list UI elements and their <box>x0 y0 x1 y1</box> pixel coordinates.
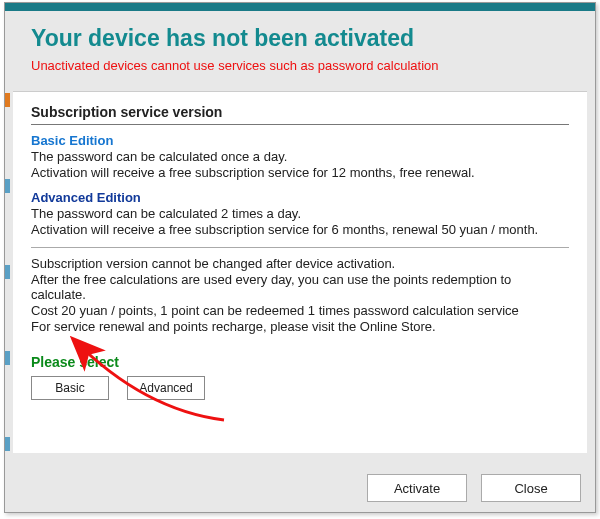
basic-edition-title: Basic Edition <box>31 133 569 148</box>
basic-desc-2: Activation will receive a free subscript… <box>31 165 569 180</box>
basic-option-button[interactable]: Basic <box>31 376 109 400</box>
advanced-edition-title: Advanced Edition <box>31 190 569 205</box>
title-bar <box>5 3 595 11</box>
edge-marker <box>5 179 10 193</box>
edition-options: Basic Advanced <box>31 376 569 400</box>
close-button[interactable]: Close <box>481 474 581 502</box>
divider <box>31 247 569 248</box>
warning-text: Unactivated devices cannot use services … <box>31 58 573 73</box>
activate-button[interactable]: Activate <box>367 474 467 502</box>
edge-marker <box>5 93 10 107</box>
activation-dialog: Your device has not been activated Unact… <box>4 2 596 513</box>
advanced-desc-2: Activation will receive a free subscript… <box>31 222 569 237</box>
note-1: Subscription version cannot be changed a… <box>31 256 569 271</box>
note-4: For service renewal and points recharge,… <box>31 319 569 334</box>
advanced-option-button[interactable]: Advanced <box>127 376 205 400</box>
please-select-label: Please select <box>31 354 569 370</box>
section-title: Subscription service version <box>31 104 569 120</box>
edge-marker <box>5 437 10 451</box>
note-2: After the free calculations are used eve… <box>31 272 569 302</box>
advanced-desc-1: The password can be calculated 2 times a… <box>31 206 569 221</box>
dialog-title: Your device has not been activated <box>31 25 573 52</box>
dialog-content: Subscription service version Basic Editi… <box>13 91 587 453</box>
dialog-header: Your device has not been activated Unact… <box>5 11 595 85</box>
note-3: Cost 20 yuan / points, 1 point can be re… <box>31 303 569 318</box>
edge-marker <box>5 351 10 365</box>
dialog-footer: Activate Close <box>367 474 581 502</box>
basic-desc-1: The password can be calculated once a da… <box>31 149 569 164</box>
divider <box>31 124 569 125</box>
edge-marker <box>5 265 10 279</box>
